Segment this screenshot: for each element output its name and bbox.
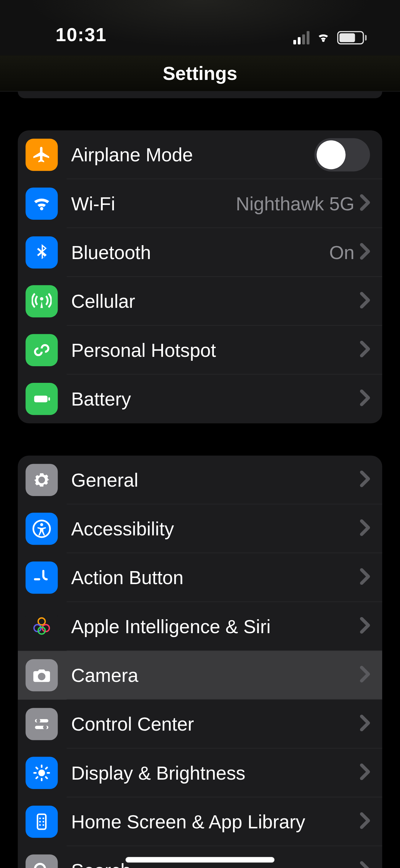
svg-point-17: [42, 821, 44, 822]
row-airplane-mode[interactable]: Airplane Mode: [18, 130, 382, 179]
chevron-right-icon: [360, 292, 370, 311]
airplane-icon: [25, 138, 58, 171]
chevron-right-icon: [360, 194, 370, 213]
row-label: Personal Hotspot: [71, 339, 360, 361]
home-indicator[interactable]: [125, 857, 274, 863]
row-cellular[interactable]: Cellular: [18, 277, 382, 326]
row-siri[interactable]: Apple Intelligence & Siri: [18, 602, 382, 651]
row-hotspot[interactable]: Personal Hotspot: [18, 326, 382, 374]
chevron-right-icon: [360, 519, 370, 538]
chevron-right-icon: [360, 861, 370, 868]
svg-point-9: [36, 719, 40, 723]
previous-group-edge: [18, 91, 382, 98]
row-label: Battery: [71, 388, 360, 409]
battery-icon: [337, 31, 367, 44]
row-label: Action Button: [71, 567, 360, 588]
wifi-settings-icon: [25, 188, 58, 220]
chevron-right-icon: [360, 471, 370, 489]
accessibility-icon: [25, 513, 58, 545]
svg-rect-13: [37, 814, 46, 829]
airplane-toggle[interactable]: [315, 138, 370, 171]
cellular-signal-icon: [293, 31, 309, 44]
row-label: Wi-Fi: [71, 193, 236, 214]
row-general[interactable]: General: [18, 456, 382, 504]
row-label: Cellular: [71, 290, 360, 312]
row-label: Home Screen & App Library: [71, 811, 360, 832]
row-label: Airplane Mode: [71, 144, 315, 165]
cellular-icon: [25, 285, 58, 317]
row-label: Display & Brightness: [71, 762, 360, 783]
chevron-right-icon: [360, 568, 370, 587]
row-wifi[interactable]: Wi-Fi Nighthawk 5G: [18, 179, 382, 228]
row-label: Apple Intelligence & Siri: [71, 616, 360, 637]
chevron-right-icon: [360, 764, 370, 782]
camera-icon: [25, 659, 58, 691]
row-detail: Nighthawk 5G: [236, 193, 354, 214]
row-accessibility[interactable]: Accessibility: [18, 504, 382, 553]
row-label: General: [71, 469, 360, 491]
page-title: Settings: [163, 62, 237, 84]
chevron-right-icon: [360, 617, 370, 636]
svg-point-15: [42, 817, 44, 819]
svg-rect-1: [48, 397, 50, 401]
control-center-icon: [25, 708, 58, 740]
svg-point-18: [39, 824, 40, 826]
chevron-right-icon: [360, 666, 370, 685]
row-battery[interactable]: Battery: [18, 374, 382, 423]
svg-rect-0: [34, 396, 48, 402]
chevron-right-icon: [360, 812, 370, 831]
search-icon: [25, 855, 58, 868]
chevron-right-icon: [360, 243, 370, 262]
row-homescreen[interactable]: Home Screen & App Library: [18, 797, 382, 846]
chevron-right-icon: [360, 715, 370, 733]
home-screen-icon: [25, 806, 58, 838]
row-control-center[interactable]: Control Center: [18, 700, 382, 748]
row-label: Accessibility: [71, 518, 360, 539]
battery-settings-icon: [25, 383, 58, 415]
bluetooth-icon: [25, 236, 58, 269]
hotspot-icon: [25, 334, 58, 366]
row-label: Control Center: [71, 713, 360, 735]
svg-point-11: [43, 725, 47, 730]
row-label: Camera: [71, 664, 360, 686]
svg-point-3: [40, 523, 43, 526]
brightness-icon: [25, 757, 58, 789]
row-action-button[interactable]: Action Button: [18, 553, 382, 602]
chevron-right-icon: [360, 390, 370, 408]
svg-point-16: [39, 821, 40, 822]
apple-intelligence-icon: [25, 611, 58, 643]
status-bar: 10:31: [0, 0, 400, 55]
row-detail: On: [329, 242, 354, 263]
row-bluetooth[interactable]: Bluetooth On: [18, 228, 382, 277]
svg-point-20: [35, 864, 45, 868]
action-button-icon: [25, 561, 58, 593]
status-time: 10:31: [55, 24, 107, 45]
row-display[interactable]: Display & Brightness: [18, 748, 382, 797]
row-label: Bluetooth: [71, 242, 330, 263]
status-indicators: [293, 30, 367, 45]
gear-icon: [25, 464, 58, 496]
row-camera[interactable]: Camera: [18, 651, 382, 700]
svg-point-4: [38, 618, 45, 625]
chevron-right-icon: [360, 341, 370, 360]
group-device: General Accessibility Action Button: [18, 456, 382, 868]
svg-point-19: [42, 824, 44, 826]
navbar: Settings: [0, 55, 400, 91]
svg-point-12: [38, 770, 45, 776]
group-connectivity: Airplane Mode Wi-Fi Nighthawk 5G Bluetoo…: [18, 130, 382, 424]
wifi-icon: [315, 30, 332, 45]
svg-point-14: [39, 817, 40, 819]
